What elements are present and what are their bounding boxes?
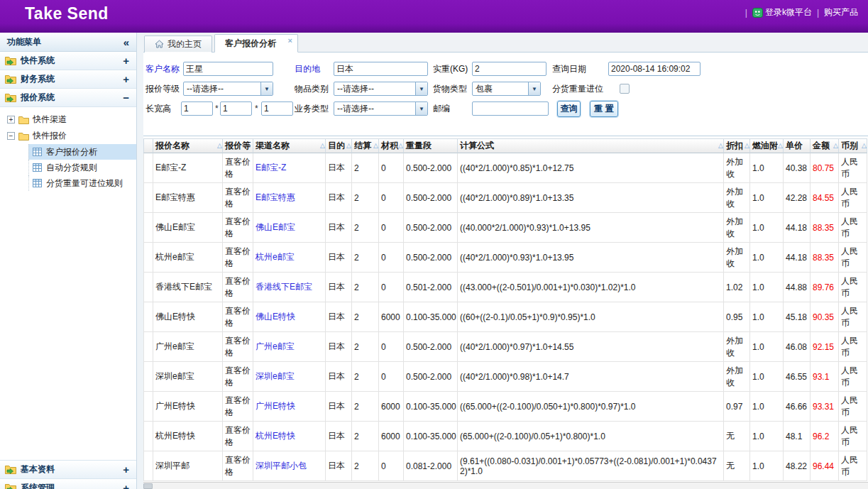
channel-link[interactable]: 杭州e邮宝 (256, 252, 295, 262)
tree-node-express-channel[interactable]: + 快件渠道 (6, 111, 136, 128)
sidebar-section-express[interactable]: 快件系统 + (0, 52, 136, 70)
channel-link[interactable]: E邮宝特惠 (256, 192, 295, 202)
row-select-cell (143, 153, 153, 183)
horizontal-scrollbar[interactable] (143, 482, 868, 489)
customer-name-input[interactable] (183, 62, 273, 76)
quote-table: 报价名称△报价等渠道名称△目的△结算△材积△重量段计算公式△折扣△燃油附△单价金… (143, 138, 867, 481)
sort-icon: △ (833, 142, 838, 149)
cell-range: 0.500-2.000 (404, 213, 458, 243)
column-header-3[interactable]: 渠道名称△ (253, 138, 326, 153)
folder-arrow-icon (5, 483, 16, 489)
cell-grade: 直客价格 (223, 183, 253, 213)
channel-link[interactable]: 佛山E邮宝 (256, 222, 295, 232)
chevron-down-icon[interactable]: ▼ (528, 82, 540, 95)
chevron-down-icon[interactable]: ▼ (415, 102, 427, 115)
business-type-select[interactable]: --请选择-- ▼ (334, 101, 428, 116)
login-kwei-link[interactable]: 登录k微平台 (752, 6, 812, 18)
expand-plus-icon[interactable]: + (123, 463, 129, 476)
tab-customer-quote-analysis[interactable]: 客户报价分析 × (214, 34, 298, 53)
weight-input[interactable] (472, 62, 546, 76)
channel-link[interactable]: 广州e邮宝 (256, 341, 295, 351)
sort-icon: △ (217, 142, 222, 149)
chevron-down-icon[interactable]: ▼ (260, 82, 273, 95)
scrollbar-left-button[interactable] (143, 483, 153, 489)
tree-node-express-quote[interactable]: − 快件报价 (6, 128, 136, 144)
cell-price: 40.38 (784, 153, 811, 183)
channel-link[interactable]: 香港线下E邮宝 (256, 282, 312, 292)
minus-box-icon[interactable]: − (7, 132, 15, 140)
column-header-8[interactable]: 计算公式△ (458, 138, 724, 153)
cell-fuel: 1.0 (750, 243, 784, 273)
close-icon[interactable]: × (288, 36, 292, 45)
zipcode-input[interactable] (472, 101, 549, 116)
cell-dest: 日本 (326, 332, 352, 362)
height-input[interactable] (261, 101, 293, 116)
cell-price: 44.18 (784, 243, 811, 273)
channel-link[interactable]: 广州E特快 (256, 401, 295, 411)
cell-amount: 96.2 (811, 422, 839, 451)
cell-formula: ((43.000+((2-0.501)/0.001+1)*0.030)*1.02… (458, 273, 724, 302)
tree-leaf-auto-split-rules[interactable]: 自动分货规则 (28, 160, 136, 175)
chevron-down-icon[interactable]: ▼ (415, 82, 427, 95)
cargo-type-select[interactable]: 包裹 ▼ (472, 82, 541, 96)
plus-box-icon[interactable]: + (7, 116, 15, 123)
cell-dest: 日本 (326, 153, 352, 183)
quote-grade-select[interactable]: --请选择-- ▼ (183, 82, 273, 96)
split-weight-carry-checkbox[interactable] (620, 84, 630, 94)
search-button[interactable]: 查询 (557, 101, 581, 117)
column-header-12[interactable]: 金额△ (811, 138, 839, 153)
tree-leaf-split-weight-carry-rules[interactable]: 分货重量可进位规则 (28, 175, 136, 191)
column-header-10[interactable]: 燃油附△ (750, 138, 784, 153)
width-input[interactable] (220, 101, 252, 116)
sidebar-section-system-admin[interactable]: 系统管理 + (0, 479, 136, 489)
cell-settle: 2 (352, 273, 379, 302)
tab-my-homepage[interactable]: 我的主页 (144, 35, 212, 53)
buy-product-link[interactable]: 购买产品 (824, 6, 858, 18)
expand-plus-icon[interactable]: + (123, 482, 129, 489)
cell-price: 46.08 (784, 332, 811, 362)
top-bar: Take Send | 登录k微平台 | 购买产品 (0, 0, 868, 33)
cell-channel: 香港线下E邮宝 (253, 273, 326, 302)
length-input[interactable] (181, 101, 213, 116)
cell-discount: 外加收 (724, 213, 750, 243)
sidebar-section-finance[interactable]: 财务系统 + (0, 70, 136, 89)
column-header-6[interactable]: 材积△ (379, 138, 404, 153)
sidebar-bottom: 基本资料 + 系统管理 + (0, 460, 136, 489)
channel-link[interactable]: 杭州E特快 (256, 431, 295, 441)
column-header-4[interactable]: 目的△ (326, 138, 352, 153)
column-header-9[interactable]: 折扣△ (724, 138, 750, 153)
quote-table-head-row: 报价名称△报价等渠道名称△目的△结算△材积△重量段计算公式△折扣△燃油附△单价金… (143, 138, 867, 153)
channel-link[interactable]: E邮宝-Z (256, 163, 286, 172)
tree-leaf-customer-quote-analysis[interactable]: 客户报价分析 (28, 144, 136, 160)
cell-volume: 0 (379, 273, 404, 302)
table-row: 广州E特快直客价格广州E特快日本260000.100-35.000((65.00… (143, 392, 867, 422)
destination-input[interactable] (334, 62, 428, 76)
reset-button[interactable]: 重 置 (590, 101, 618, 117)
column-header-13[interactable]: 币别△ (839, 138, 867, 153)
collapse-minus-icon[interactable]: − (123, 92, 129, 104)
table-row: E邮宝特惠直客价格E邮宝特惠日本200.500-2.000((40*2/1.00… (143, 183, 867, 213)
expand-plus-icon[interactable]: + (123, 73, 129, 85)
cell-discount: 外加收 (724, 153, 750, 183)
table-row: E邮宝-Z直客价格E邮宝-Z日本200.500-2.000((40*2/1.00… (143, 153, 867, 183)
column-header-5[interactable]: 结算△ (352, 138, 379, 153)
expand-plus-icon[interactable]: + (123, 55, 129, 67)
column-header-1[interactable]: 报价名称△ (153, 138, 223, 153)
cell-grade: 直客价格 (223, 392, 253, 422)
multiply-separator: * (215, 101, 219, 116)
channel-link[interactable]: 深圳e邮宝 (256, 371, 295, 381)
channel-link[interactable]: 佛山E特快 (256, 312, 295, 322)
cell-name: E邮宝特惠 (153, 183, 223, 213)
query-date-input[interactable] (608, 62, 701, 76)
cell-range: 0.500-2.000 (404, 332, 458, 362)
cell-formula: ((60+((2-0.1)/0.05+1)*0.9)*0.95)*1.0 (458, 302, 724, 332)
sidebar-splitter[interactable] (137, 33, 143, 489)
sidebar-section-quote[interactable]: 报价系统 − (0, 89, 136, 107)
cell-settle: 2 (352, 422, 379, 451)
channel-link[interactable]: 深圳平邮小包 (256, 461, 307, 471)
cell-amount: 93.1 (811, 362, 839, 392)
destination-label: 目的地 (295, 62, 320, 76)
collapse-sidebar-icon[interactable]: « (123, 36, 129, 48)
sidebar-section-basic-data[interactable]: 基本资料 + (0, 461, 136, 479)
item-category-select[interactable]: --请选择-- ▼ (334, 82, 428, 96)
